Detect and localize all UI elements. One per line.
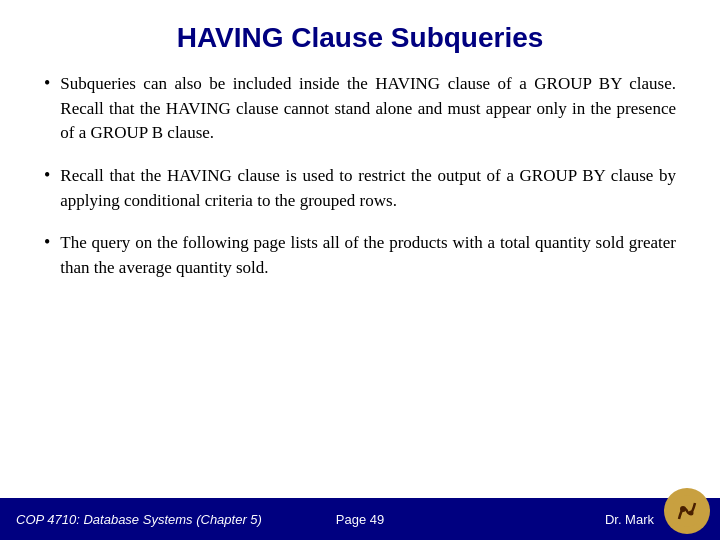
- bullet-item-2: • Recall that the HAVING clause is used …: [44, 164, 676, 213]
- footer-center-text: Page 49: [336, 512, 384, 527]
- svg-point-2: [689, 511, 694, 516]
- bullet-dot-2: •: [44, 165, 50, 186]
- footer-logo: [664, 488, 710, 534]
- bullet-item-1: • Subqueries can also be included inside…: [44, 72, 676, 146]
- footer-left-text: COP 4710: Database Systems (Chapter 5): [16, 512, 262, 527]
- svg-point-1: [680, 506, 686, 512]
- slide: HAVING Clause Subqueries • Subqueries ca…: [0, 0, 720, 540]
- bullet-dot-3: •: [44, 232, 50, 253]
- bullet-item-3: • The query on the following page lists …: [44, 231, 676, 280]
- slide-title: HAVING Clause Subqueries: [0, 0, 720, 72]
- bullet-text-2: Recall that the HAVING clause is used to…: [60, 164, 676, 213]
- footer: COP 4710: Database Systems (Chapter 5) P…: [0, 498, 720, 540]
- bullet-text-1: Subqueries can also be included inside t…: [60, 72, 676, 146]
- bullet-text-3: The query on the following page lists al…: [60, 231, 676, 280]
- slide-content: • Subqueries can also be included inside…: [0, 72, 720, 498]
- bullet-dot-1: •: [44, 73, 50, 94]
- footer-right-text: Dr. Mark: [605, 512, 654, 527]
